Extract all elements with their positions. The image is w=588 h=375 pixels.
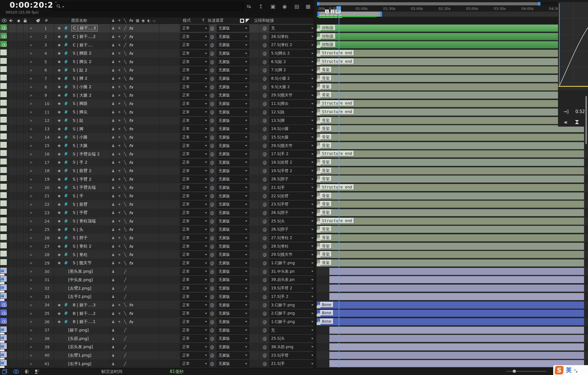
blend-mode-dropdown[interactable]: 正常 — [181, 176, 209, 183]
parent-dropdown[interactable]: 38.头部.png — [269, 344, 315, 350]
layer-row[interactable]: >30[前头发.png]♟╱正常@无蒙版@31.中头发.pn — [0, 267, 588, 276]
layer-name-cell[interactable]: S | 髋关节 — [71, 259, 93, 267]
layer-visibility-eye-icon[interactable] — [2, 209, 7, 217]
track-matte-dropdown[interactable]: 无蒙版 — [217, 84, 249, 90]
layer-name-cell[interactable]: S | 大腿 — [71, 142, 89, 150]
layer-duration-bar[interactable] — [329, 285, 584, 292]
blend-mode-dropdown[interactable]: 正常 — [181, 344, 209, 350]
matte-pickwhip-icon[interactable]: @ — [210, 225, 214, 234]
layer-name[interactable]: S | 手臂 — [71, 210, 89, 216]
layer-shy-icon[interactable]: ♟ — [111, 343, 115, 351]
matte-pickwhip-icon[interactable]: @ — [210, 83, 214, 91]
blend-mode-dropdown[interactable]: 正常 — [181, 84, 209, 90]
layer-row[interactable]: >11★#S | 脚尖♟☀╲fx正常@无蒙版@12.S|趾Structure e… — [0, 108, 588, 116]
parent-dropdown[interactable]: 12.S|趾 — [269, 109, 315, 116]
layer-row[interactable]: >19★#S | 手臂 2♟☀╲fx正常@无蒙版@26.S|脖子骨架 — [0, 175, 588, 183]
layer-duration-bar[interactable] — [317, 209, 584, 216]
expand-layer-arrow-icon[interactable]: > — [29, 91, 33, 99]
layer-fx-icon[interactable]: fx — [129, 309, 133, 318]
layer-fx-icon[interactable]: fx — [129, 250, 133, 259]
preserve-transparency-column-header[interactable]: T — [202, 18, 205, 23]
bar-label-chip[interactable]: 骨架 — [320, 159, 332, 165]
bar-label-chip[interactable]: 控制器 — [320, 25, 336, 31]
track-matte-dropdown[interactable]: 无蒙版 — [217, 151, 249, 157]
layer-shy-icon[interactable]: ♟ — [111, 351, 115, 360]
track-matte-dropdown[interactable]: 无蒙版 — [217, 67, 249, 73]
track-matte-dropdown[interactable]: 无蒙版 — [217, 344, 249, 350]
layer-track[interactable] — [316, 284, 588, 292]
parent-dropdown[interactable]: 1.C|躯干.png — [269, 318, 315, 325]
layer-row[interactable]: >29★#S | 髋关节♟☀╲fx正常@无蒙版@1.C|躯干.png骨架 — [0, 259, 588, 267]
layer-duration-bar[interactable] — [317, 142, 584, 149]
layer-fx-icon[interactable]: fx — [129, 49, 133, 58]
collapse-transformations-icon[interactable]: ☀ — [118, 309, 121, 318]
layer-duration-bar[interactable] — [329, 276, 584, 283]
layer-fx-icon[interactable]: fx — [129, 108, 133, 116]
guide-layer-star-icon[interactable]: ★ — [57, 209, 61, 217]
frame-blend-switch-icon[interactable]: ▦ — [136, 18, 139, 23]
blend-mode-dropdown[interactable]: 正常 — [181, 117, 209, 124]
matte-pickwhip-icon[interactable]: @ — [210, 351, 214, 360]
parent-pickwhip-icon[interactable]: @ — [263, 32, 267, 41]
layer-row-left[interactable]: >10★#S | 脚跟♟☀╲fx正常@无蒙版@11.S|脚尖 — [0, 99, 314, 108]
parent-dropdown[interactable]: 23.S|手臂 — [269, 201, 315, 208]
toggle-transfer-controls-icon[interactable] — [13, 369, 19, 374]
layer-track[interactable]: 骨架 — [316, 225, 588, 234]
layer-duration-bar[interactable] — [329, 268, 584, 275]
layer-name-cell[interactable]: S | 趾 — [71, 116, 85, 125]
parent-pickwhip-icon[interactable]: @ — [263, 142, 267, 150]
guide-layer-star-icon[interactable]: ★ — [57, 217, 61, 226]
matte-pickwhip-icon[interactable]: @ — [210, 267, 214, 276]
blend-mode-dropdown[interactable]: 正常 — [181, 184, 209, 191]
comp-mini-flowchart-icon[interactable]: ⇆ — [247, 3, 251, 9]
layer-track[interactable]: Structure end — [316, 183, 588, 192]
parent-pickwhip-icon[interactable]: @ — [263, 276, 267, 284]
collapse-transformations-icon[interactable]: ☀ — [118, 142, 121, 150]
layer-track[interactable]: 骨架 — [316, 125, 588, 133]
layer-duration-bar[interactable] — [329, 360, 584, 367]
render-icon[interactable]: ↥ — [259, 3, 263, 9]
expand-layer-arrow-icon[interactable]: > — [29, 125, 33, 133]
parent-pickwhip-icon[interactable]: @ — [263, 49, 267, 58]
collapse-transformations-icon[interactable]: ☀ — [118, 158, 121, 167]
layer-quality-icon[interactable]: ╲ — [124, 192, 126, 200]
track-matte-dropdown[interactable]: 无蒙版 — [217, 168, 249, 174]
collapse-transformations-icon[interactable]: ☀ — [118, 167, 121, 175]
blend-mode-dropdown[interactable]: 正常 — [181, 293, 209, 300]
layer-row[interactable]: >3★#C | 躯干....♟☀╱fx正常@无蒙版@27.S|脊柱 2控制器 — [0, 41, 588, 49]
layer-name-cell[interactable]: S | 脚尖 — [71, 108, 89, 116]
parent-pickwhip-icon[interactable]: @ — [263, 301, 267, 309]
layer-name[interactable]: [前头发.png] — [67, 268, 94, 274]
parent-pickwhip-icon[interactable]: @ — [263, 125, 267, 133]
layer-quality-icon[interactable]: ╲ — [124, 108, 126, 116]
track-matte-dropdown[interactable]: 无蒙版 — [217, 302, 249, 309]
layer-duration-bar[interactable] — [317, 226, 584, 233]
layer-track[interactable] — [316, 276, 588, 284]
layer-row[interactable]: >12★#S | 趾♟☀╲fx正常@无蒙版@13.S|脚骨架 — [0, 116, 588, 125]
layer-name[interactable]: [后头发.png] — [67, 344, 94, 350]
layer-row[interactable]: >27★#S | 脊柱 2♟☀╲fx正常@无蒙版@28.S|脊柱骨架 — [0, 242, 588, 251]
parent-pickwhip-icon[interactable]: @ — [263, 267, 267, 276]
layer-fx-icon[interactable]: fx — [129, 259, 133, 267]
bar-label-chip[interactable]: 骨架 — [320, 125, 332, 131]
parent-dropdown[interactable]: 14.S|小腿 — [269, 125, 315, 132]
track-matte-dropdown[interactable]: 无蒙版 — [217, 58, 249, 65]
layer-row-left[interactable]: >38[头部.png]♟╱正常@无蒙版@25.S|头 — [0, 334, 314, 343]
layer-track[interactable] — [316, 326, 588, 335]
parent-pickwhip-icon[interactable]: @ — [263, 183, 267, 192]
search-input[interactable] — [53, 2, 243, 11]
layer-duration-bar[interactable] — [317, 218, 584, 225]
layer-shy-icon[interactable]: ♟ — [111, 359, 115, 368]
collapse-transformations-icon[interactable]: ☀ — [118, 209, 121, 217]
layer-name-cell[interactable]: [躯干.png] — [67, 326, 90, 335]
layer-row[interactable]: >33[左手2.png]♟╱正常@无蒙版@17.S|手 2 — [0, 292, 588, 301]
track-matte-dropdown[interactable]: 无蒙版 — [217, 125, 249, 132]
layer-row-left[interactable]: >23★#S | 手臂♟☀╲fx正常@无蒙版@26.S|脖子 — [0, 209, 314, 217]
layer-track[interactable]: 骨架 — [316, 116, 588, 125]
layer-row-left[interactable]: >9★#S | 大腿 2♟☀╲fx正常@无蒙版@29.S|髋关节 — [0, 91, 314, 100]
alpha-matte-icon[interactable] — [240, 19, 244, 23]
layer-duration-bar[interactable] — [329, 327, 584, 334]
bar-label-chip[interactable]: Structure end — [320, 50, 354, 56]
layer-track[interactable] — [316, 343, 588, 351]
matte-pickwhip-icon[interactable]: @ — [210, 158, 214, 167]
